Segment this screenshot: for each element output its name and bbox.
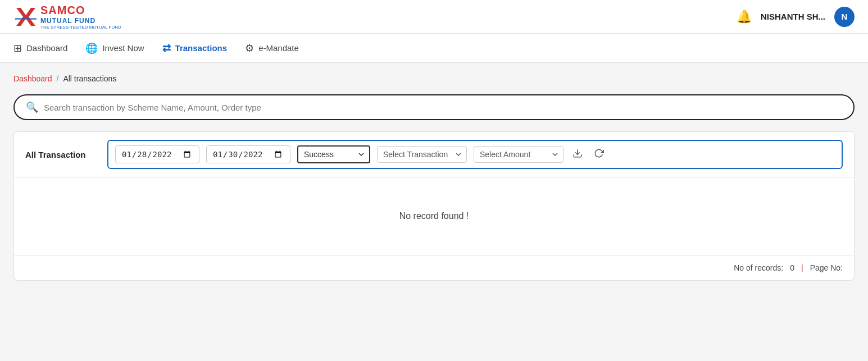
download-button[interactable]	[570, 146, 585, 163]
main-content: Dashboard / All transactions 🔍 All Trans…	[0, 63, 868, 292]
logo-mutual: MUTUAL FUND	[40, 17, 121, 25]
transaction-type-select[interactable]: Select Transaction	[377, 146, 467, 163]
nav-emandate[interactable]: ⚙ e-Mandate	[245, 40, 299, 57]
svg-marker-0	[16, 8, 35, 26]
filter-group: Success Failed Pending Select Transactio…	[107, 140, 843, 169]
search-input[interactable]	[44, 103, 842, 112]
no-record-text: No record found !	[399, 211, 469, 221]
page-label: Page No:	[810, 263, 843, 272]
records-count: 0	[790, 263, 794, 272]
breadcrumb-current: All transactions	[63, 74, 116, 83]
search-container: 🔍	[13, 94, 855, 120]
from-date-input[interactable]	[121, 149, 192, 159]
invest-icon: 🌐	[85, 42, 98, 54]
refresh-button[interactable]	[592, 146, 606, 163]
avatar: N	[834, 7, 855, 27]
to-date-input[interactable]	[212, 149, 283, 159]
logo-svg	[15, 7, 37, 27]
logo: SAMCO MUTUAL FUND THE STRESS-TESTED MUTU…	[13, 4, 121, 30]
refresh-icon	[594, 148, 604, 158]
breadcrumb-separator: /	[57, 74, 59, 83]
user-name: NISHANTH SH...	[761, 12, 825, 21]
bell-icon[interactable]: 🔔	[737, 10, 752, 24]
transactions-icon: ⇄	[162, 42, 171, 54]
logo-sub: THE STRESS-TESTED MUTUAL FUND	[40, 25, 121, 30]
nav-invest-now[interactable]: 🌐 Invest Now	[85, 40, 144, 57]
all-transaction-label: All Transaction	[25, 150, 98, 159]
header-right: 🔔 NISHANTH SH... N	[737, 7, 855, 27]
header: SAMCO MUTUAL FUND THE STRESS-TESTED MUTU…	[0, 0, 868, 34]
breadcrumb-dashboard[interactable]: Dashboard	[13, 74, 52, 83]
to-date-container	[206, 145, 290, 163]
status-select[interactable]: Success Failed Pending	[297, 145, 370, 163]
nav-dashboard-label: Dashboard	[26, 43, 67, 53]
download-icon	[572, 148, 583, 158]
breadcrumb: Dashboard / All transactions	[13, 74, 855, 83]
logo-icon	[13, 6, 38, 28]
logo-text: SAMCO MUTUAL FUND THE STRESS-TESTED MUTU…	[40, 4, 121, 30]
table-footer: No of records: 0 | Page No:	[14, 255, 854, 280]
no-record-section: No record found !	[14, 177, 854, 255]
nav-transactions-label: Transactions	[175, 43, 228, 53]
transaction-panel: All Transaction Success Failed Pending	[13, 131, 855, 281]
amount-select[interactable]: Select Amount	[474, 146, 563, 163]
dashboard-icon: ⊞	[13, 42, 22, 54]
emandate-icon: ⚙	[245, 42, 254, 54]
logo-samco: SAMCO	[40, 4, 121, 17]
records-label: No of records:	[734, 263, 783, 272]
nav-dashboard[interactable]: ⊞ Dashboard	[13, 40, 67, 57]
nav: ⊞ Dashboard 🌐 Invest Now ⇄ Transactions …	[0, 34, 868, 63]
footer-separator: |	[801, 263, 803, 272]
transaction-header: All Transaction Success Failed Pending	[14, 132, 854, 177]
nav-emandate-label: e-Mandate	[258, 43, 299, 53]
from-date-container	[115, 145, 199, 163]
svg-rect-1	[15, 18, 37, 20]
search-icon: 🔍	[26, 101, 38, 113]
nav-invest-label: Invest Now	[102, 43, 144, 53]
nav-transactions[interactable]: ⇄ Transactions	[162, 40, 228, 57]
